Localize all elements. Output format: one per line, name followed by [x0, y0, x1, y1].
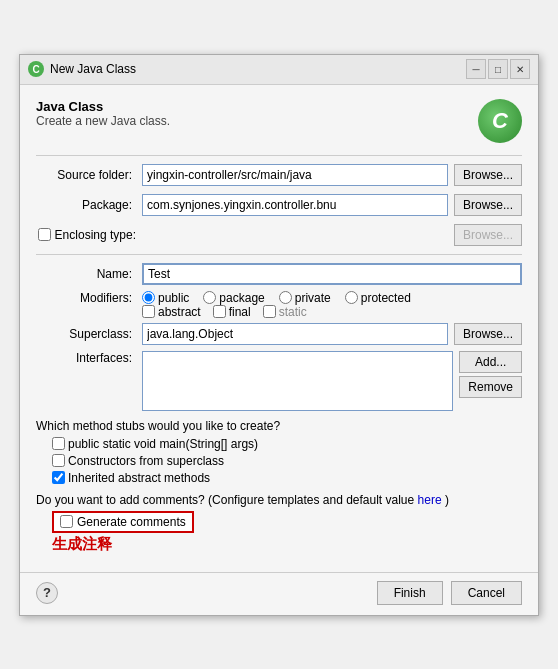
dialog-header: Java Class Create a new Java class. C	[36, 99, 522, 143]
titlebar-icon-letter: C	[32, 64, 39, 75]
enclosing-type-browse-button[interactable]: Browse...	[454, 224, 522, 246]
source-folder-label: Source folder:	[36, 168, 136, 182]
dialog-header-title: Java Class	[36, 99, 170, 114]
modifiers-radios: public package private protected	[142, 291, 522, 305]
close-button[interactable]: ✕	[510, 59, 530, 79]
modifier-package[interactable]: package	[203, 291, 264, 305]
stubs-checks: public static void main(String[] args) C…	[52, 437, 522, 485]
superclass-label: Superclass:	[36, 327, 136, 341]
generate-comments-checkbox[interactable]	[60, 515, 73, 528]
new-java-class-dialog: C New Java Class ─ □ ✕ Java Class Create…	[19, 54, 539, 616]
interfaces-label: Interfaces:	[36, 351, 136, 365]
interfaces-textarea[interactable]	[142, 351, 453, 411]
titlebar: C New Java Class ─ □ ✕	[20, 55, 538, 85]
superclass-row: Superclass: Browse...	[36, 323, 522, 345]
titlebar-icon: C	[28, 61, 44, 77]
comments-title: Do you want to add comments? (Configure …	[36, 493, 522, 507]
modifier-private[interactable]: private	[279, 291, 331, 305]
package-row: Package: Browse...	[36, 194, 522, 216]
package-label: Package:	[36, 198, 136, 212]
minimize-button[interactable]: ─	[466, 59, 486, 79]
footer-left: ?	[36, 582, 58, 604]
comments-configure-link[interactable]: here	[418, 493, 442, 507]
footer-right: Finish Cancel	[377, 581, 522, 605]
titlebar-left: C New Java Class	[28, 61, 136, 77]
package-input[interactable]	[142, 194, 448, 216]
dialog-header-row: Java Class Create a new Java class. C	[36, 99, 522, 143]
stub-main[interactable]: public static void main(String[] args)	[52, 437, 522, 451]
package-browse-button[interactable]: Browse...	[454, 194, 522, 216]
source-folder-browse-button[interactable]: Browse...	[454, 164, 522, 186]
eclipse-logo: C	[478, 99, 522, 143]
enclosing-type-checkbox[interactable]	[38, 228, 51, 241]
help-button[interactable]: ?	[36, 582, 58, 604]
titlebar-title: New Java Class	[50, 62, 136, 76]
name-row: Name:	[36, 263, 522, 285]
enclosing-type-label: Enclosing type:	[55, 228, 136, 242]
enclosing-type-row: Enclosing type: Browse...	[36, 224, 522, 246]
dialog-footer: ? Finish Cancel	[20, 572, 538, 615]
enclosing-type-left: Enclosing type:	[36, 228, 136, 242]
source-folder-input[interactable]	[142, 164, 448, 186]
generate-comments-box: Generate comments	[52, 511, 194, 533]
superclass-browse-button[interactable]: Browse...	[454, 323, 522, 345]
dialog-body: Java Class Create a new Java class. C So…	[20, 85, 538, 572]
remove-interface-button[interactable]: Remove	[459, 376, 522, 398]
superclass-input[interactable]	[142, 323, 448, 345]
modifier-protected[interactable]: protected	[345, 291, 411, 305]
separator-mid	[36, 254, 522, 255]
titlebar-controls: ─ □ ✕	[466, 59, 530, 79]
stub-constructors[interactable]: Constructors from superclass	[52, 454, 522, 468]
stubs-section: Which method stubs would you like to cre…	[36, 419, 522, 485]
interfaces-row: Interfaces: Add... Remove	[36, 351, 522, 411]
interfaces-buttons: Add... Remove	[459, 351, 522, 398]
modifier-static[interactable]: static	[263, 305, 307, 319]
separator-top	[36, 155, 522, 156]
annotation-text: 生成注释	[52, 535, 522, 554]
add-interface-button[interactable]: Add...	[459, 351, 522, 373]
comments-checks: Generate comments	[52, 511, 522, 533]
modifiers-checks: abstract final static	[142, 305, 522, 319]
stubs-title: Which method stubs would you like to cre…	[36, 419, 522, 433]
modifiers-content: public package private protected abstrac…	[142, 291, 522, 319]
generate-comments-label[interactable]: Generate comments	[77, 515, 186, 529]
modifier-abstract[interactable]: abstract	[142, 305, 201, 319]
dialog-header-text: Java Class Create a new Java class.	[36, 99, 170, 128]
modifier-public[interactable]: public	[142, 291, 189, 305]
stub-inherited[interactable]: Inherited abstract methods	[52, 471, 522, 485]
comments-section: Do you want to add comments? (Configure …	[36, 493, 522, 554]
finish-button[interactable]: Finish	[377, 581, 443, 605]
modifier-final[interactable]: final	[213, 305, 251, 319]
source-folder-row: Source folder: Browse...	[36, 164, 522, 186]
name-label: Name:	[36, 267, 136, 281]
dialog-header-subtitle: Create a new Java class.	[36, 114, 170, 128]
name-input[interactable]	[142, 263, 522, 285]
modifiers-label: Modifiers:	[36, 291, 136, 319]
modifiers-row: Modifiers: public package private protec…	[36, 291, 522, 319]
maximize-button[interactable]: □	[488, 59, 508, 79]
cancel-button[interactable]: Cancel	[451, 581, 522, 605]
